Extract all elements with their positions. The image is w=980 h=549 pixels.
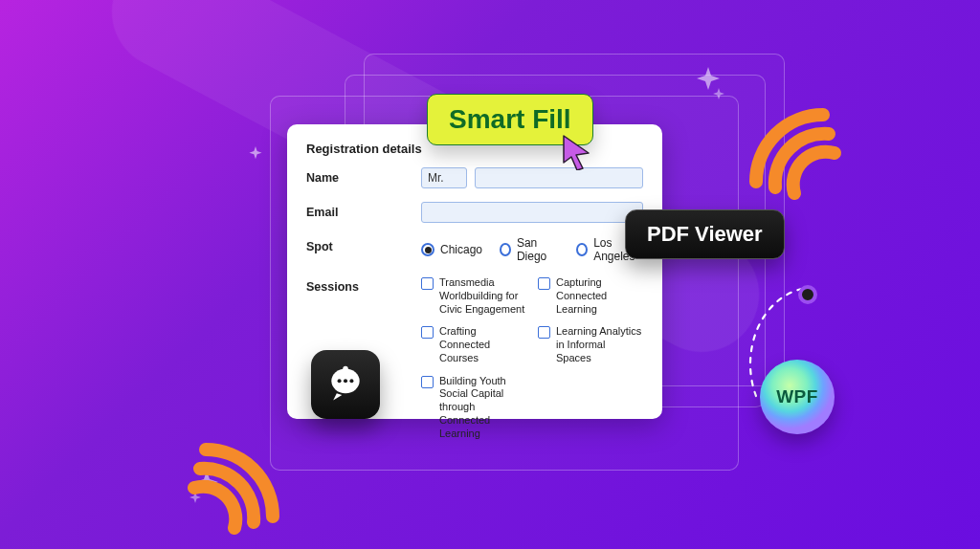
session-checkbox[interactable]: Building Youth Social Capital through Co… (421, 375, 526, 441)
wpf-orbit: WPF (745, 287, 879, 440)
checkbox-icon (538, 326, 550, 339)
arcs-icon (158, 402, 301, 545)
checkbox-icon (538, 277, 550, 290)
session-checkbox[interactable]: Transmedia Worldbuilding for Civic Engag… (421, 276, 526, 316)
sparkle-icon (689, 65, 727, 103)
checkbox-icon (421, 326, 434, 339)
orbit-dot-icon (798, 285, 817, 304)
radio-icon (576, 243, 588, 256)
sessions-label: Sessions (306, 276, 421, 294)
cursor-icon (560, 134, 592, 170)
checkbox-icon (421, 277, 434, 290)
session-checkbox[interactable]: Crafting Connected Courses (421, 325, 526, 364)
spot-radio-chicago[interactable]: Chicago (421, 243, 482, 256)
radio-icon (421, 243, 434, 256)
name-prefix-input[interactable]: Mr. (421, 167, 467, 188)
spot-radio-label: San Diego (517, 236, 559, 263)
arcs-icon (727, 67, 871, 210)
radio-icon (500, 243, 511, 256)
session-checkbox[interactable]: Capturing Connected Learning (538, 276, 643, 316)
session-label: Crafting Connected Courses (439, 325, 526, 364)
sparkle-icon (245, 145, 266, 166)
email-label: Email (306, 202, 421, 219)
spot-label: Spot (306, 236, 421, 253)
email-input[interactable] (421, 202, 643, 223)
checkbox-icon (421, 376, 434, 388)
svg-point-3 (344, 379, 347, 383)
name-input[interactable] (475, 167, 643, 188)
wpf-badge: WPF (760, 360, 835, 434)
session-label: Capturing Connected Learning (556, 276, 643, 316)
svg-point-2 (338, 379, 342, 383)
pdf-viewer-badge: PDF Viewer (625, 209, 785, 259)
spot-radio-label: Chicago (440, 243, 482, 256)
chatbot-icon (311, 350, 380, 419)
session-label: Transmedia Worldbuilding for Civic Engag… (439, 276, 526, 316)
session-checkbox[interactable]: Learning Analytics in Informal Spaces (538, 325, 643, 364)
spot-radio-sandiego[interactable]: San Diego (500, 236, 559, 263)
session-label: Learning Analytics in Informal Spaces (556, 325, 643, 364)
svg-point-4 (349, 379, 353, 383)
name-label: Name (306, 167, 421, 185)
session-label: Building Youth Social Capital through Co… (439, 375, 526, 441)
